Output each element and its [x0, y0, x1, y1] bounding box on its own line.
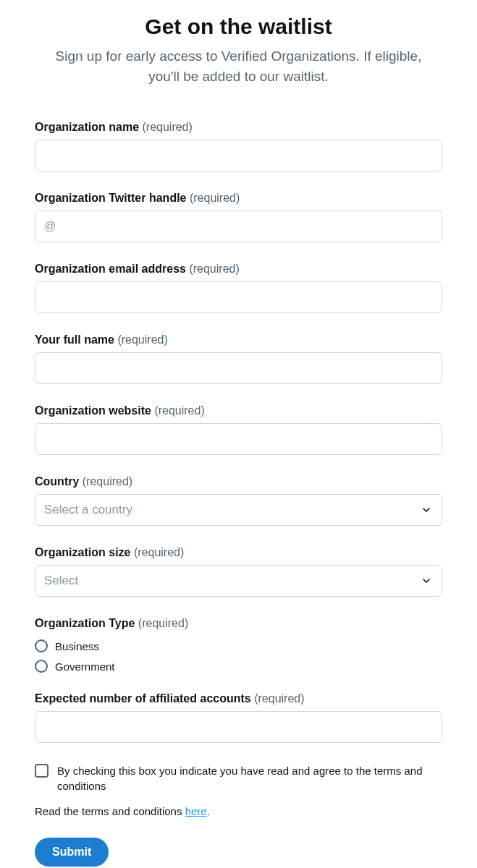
terms-suffix: .	[207, 805, 210, 817]
country-label: Country (required)	[35, 475, 442, 488]
org-name-label: Organization name (required)	[35, 121, 442, 134]
org-type-radio-group: Business Government	[35, 636, 442, 676]
label-text: Organization Type	[35, 617, 135, 629]
required-text: (required)	[142, 121, 192, 133]
org-name-field: Organization name (required)	[35, 121, 442, 171]
label-text: Your full name	[35, 333, 114, 346]
consent-text: By checking this box you indicate you ha…	[57, 763, 442, 793]
org-type-field: Organization Type (required) Business Go…	[35, 617, 442, 676]
required-text: (required)	[138, 617, 188, 629]
terms-prefix: Read the terms and conditions	[35, 805, 185, 817]
radio-option-government[interactable]: Government	[35, 656, 442, 676]
required-text: (required)	[189, 263, 239, 275]
label-text: Organization Twitter handle	[35, 192, 187, 204]
label-text: Expected number of affiliated accounts	[35, 692, 251, 705]
affiliated-label: Expected number of affiliated accounts (…	[35, 692, 442, 705]
radio-icon	[35, 639, 48, 652]
affiliated-field: Expected number of affiliated accounts (…	[35, 692, 442, 743]
required-text: (required)	[117, 333, 167, 346]
label-text: Organization name	[35, 121, 139, 133]
org-type-label: Organization Type (required)	[35, 617, 442, 630]
consent-row: By checking this box you indicate you ha…	[35, 763, 442, 793]
radio-option-business[interactable]: Business	[35, 636, 442, 656]
terms-link[interactable]: here	[185, 805, 207, 817]
country-select[interactable]: Select a country	[35, 494, 442, 526]
org-size-placeholder: Select	[44, 574, 78, 588]
terms-line: Read the terms and conditions here.	[35, 805, 442, 817]
required-text: (required)	[154, 404, 204, 417]
org-name-input[interactable]	[35, 140, 442, 171]
radio-icon	[35, 660, 48, 673]
twitter-handle-field: Organization Twitter handle (required)	[35, 192, 442, 242]
affiliated-input[interactable]	[35, 711, 442, 743]
label-text: Organization website	[35, 404, 151, 417]
org-size-label: Organization size (required)	[35, 546, 442, 559]
required-text: (required)	[254, 692, 304, 705]
full-name-label: Your full name (required)	[35, 333, 442, 346]
required-text: (required)	[134, 546, 184, 558]
org-size-select[interactable]: Select	[35, 565, 442, 597]
org-email-input[interactable]	[35, 281, 442, 313]
radio-label: Business	[55, 640, 99, 652]
page-title: Get on the waitlist	[35, 14, 442, 39]
twitter-handle-label: Organization Twitter handle (required)	[35, 192, 442, 205]
radio-label: Government	[55, 660, 115, 673]
page-subtitle: Sign up for early access to Verified Org…	[46, 46, 431, 86]
required-text: (required)	[190, 192, 240, 204]
twitter-handle-input[interactable]	[35, 210, 442, 242]
country-field: Country (required) Select a country	[35, 475, 442, 526]
full-name-field: Your full name (required)	[35, 333, 442, 384]
label-text: Organization email address	[35, 263, 186, 275]
country-placeholder: Select a country	[44, 503, 132, 517]
full-name-input[interactable]	[35, 352, 442, 384]
org-size-field: Organization size (required) Select	[35, 546, 442, 597]
org-email-field: Organization email address (required)	[35, 263, 442, 313]
website-input[interactable]	[35, 423, 442, 455]
submit-button[interactable]: Submit	[35, 838, 109, 867]
label-text: Country	[35, 475, 79, 488]
label-text: Organization size	[35, 546, 130, 558]
org-email-label: Organization email address (required)	[35, 263, 442, 276]
website-label: Organization website (required)	[35, 404, 442, 417]
consent-checkbox[interactable]	[35, 764, 48, 778]
website-field: Organization website (required)	[35, 404, 442, 455]
required-text: (required)	[83, 475, 132, 488]
